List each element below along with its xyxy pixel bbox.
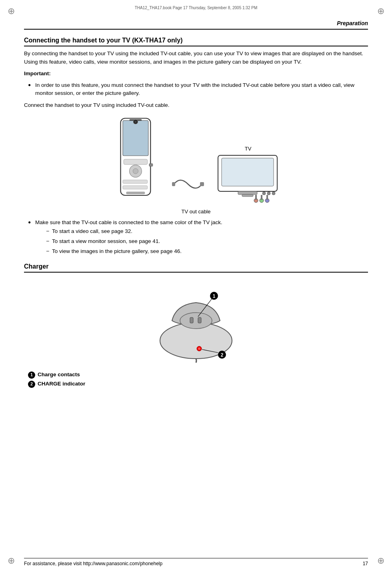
svg-point-20	[272, 192, 275, 195]
corner-decoration-bl: ⊕	[3, 553, 19, 569]
svg-rect-17	[242, 195, 253, 197]
svg-rect-25	[261, 195, 262, 200]
svg-rect-11	[149, 164, 153, 167]
footer-page-number: 17	[363, 561, 368, 566]
svg-text:2: 2	[221, 352, 224, 358]
dash-item-2: To start a view monitor session, see pag…	[46, 237, 368, 246]
svg-text:1: 1	[213, 293, 216, 299]
svg-rect-1	[123, 120, 148, 156]
svg-point-7	[133, 169, 138, 174]
svg-rect-15	[222, 158, 274, 186]
svg-rect-16	[238, 191, 257, 195]
svg-point-4	[134, 121, 137, 123]
corner-decoration-br: ⊕	[373, 553, 389, 569]
svg-rect-9	[123, 186, 148, 189]
svg-point-19	[267, 192, 270, 195]
important-label: Important:	[24, 70, 368, 78]
charger-legend: 1 Charge contacts 2 CHARGE indicator	[28, 370, 368, 389]
dash-item-3: To view the images in the picture galler…	[46, 247, 368, 256]
tv-bullet-list: Make sure that the TV-out cable is conne…	[24, 219, 368, 256]
important-bullet-list: In order to use this feature, you must c…	[24, 81, 368, 98]
connect-text: Connect the handset to your TV using inc…	[24, 101, 368, 110]
svg-rect-10	[126, 192, 145, 194]
svg-rect-12	[172, 182, 175, 186]
svg-rect-5	[124, 159, 147, 165]
legend-label-2: CHARGE indicator	[38, 379, 85, 389]
section1-heading: Connecting the handset to your TV (KX-TH…	[24, 37, 368, 46]
dash-sublist: To start a video call, see page 32. To s…	[35, 227, 368, 256]
tv-cable-illustration	[172, 172, 204, 205]
corner-decoration-tr: ⊕	[373, 3, 389, 19]
section1-body1: By connecting the handset to your TV usi…	[24, 50, 368, 66]
svg-point-18	[262, 192, 266, 195]
page-content: Preparation Connecting the handset to yo…	[24, 20, 368, 552]
svg-point-28	[180, 313, 212, 329]
charger-diagram: 1 2	[24, 281, 368, 365]
tv-connection-diagram: TV	[24, 116, 368, 205]
important-bullet-item: In order to use this feature, you must c…	[28, 81, 368, 98]
svg-point-32	[198, 347, 200, 350]
svg-rect-24	[255, 195, 257, 200]
svg-rect-8	[123, 180, 148, 184]
svg-rect-13	[200, 182, 204, 186]
page-footer: For assistance, please visit http://www.…	[24, 558, 368, 566]
tv-out-cable-label: TV out cable	[24, 209, 368, 215]
legend-num-1: 1	[28, 371, 35, 379]
tv-label: TV	[245, 146, 252, 152]
tv-illustration: TV	[216, 146, 280, 205]
svg-rect-30	[198, 317, 201, 323]
book-info: THA12_THA17.book Page 17 Thursday, Septe…	[24, 6, 368, 10]
footer-text: For assistance, please visit http://www.…	[24, 561, 162, 566]
legend-item-1: 1 Charge contacts	[28, 370, 368, 379]
section2-heading: Charger	[24, 263, 368, 273]
legend-label-1: Charge contacts	[38, 370, 80, 379]
legend-item-2: 2 CHARGE indicator	[28, 379, 368, 389]
dash-item-1: To start a video call, see page 32.	[46, 227, 368, 236]
page-title: Preparation	[24, 20, 368, 30]
legend-num-2: 2	[28, 381, 35, 388]
svg-rect-26	[266, 195, 268, 200]
corner-decoration-tl: ⊕	[3, 3, 19, 19]
tv-bullet-item: Make sure that the TV-out cable is conne…	[28, 219, 368, 256]
svg-rect-29	[190, 317, 193, 323]
handset-illustration	[112, 116, 160, 205]
important-bold: Important:	[24, 70, 51, 76]
